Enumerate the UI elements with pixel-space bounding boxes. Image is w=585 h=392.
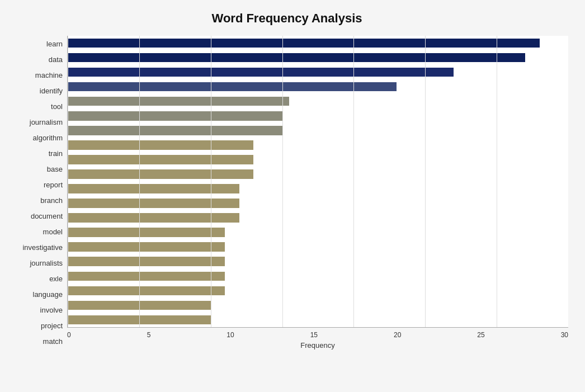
bar-row <box>68 240 568 254</box>
grid-line <box>211 36 211 327</box>
bar <box>68 126 282 135</box>
bar <box>68 272 225 281</box>
y-label: tool <box>51 103 63 110</box>
bar-row <box>68 167 568 181</box>
x-tick: 10 <box>227 331 234 339</box>
bar <box>68 286 225 296</box>
bar-row <box>68 94 568 108</box>
bar-row <box>68 152 568 167</box>
bar <box>68 68 454 77</box>
grid-line <box>282 36 283 327</box>
y-label: investigative <box>22 244 63 251</box>
bar-row <box>68 123 568 138</box>
chart-container: Word Frequency Analysis learndatamachine… <box>0 0 585 392</box>
bar-row <box>68 36 568 50</box>
bar <box>68 242 225 252</box>
x-axis-label: Frequency <box>67 341 568 350</box>
grid-line <box>425 36 426 327</box>
bar <box>68 184 239 193</box>
bar <box>68 111 282 121</box>
y-label: involve <box>40 306 63 314</box>
bar <box>68 53 525 63</box>
x-tick: 5 <box>147 331 151 339</box>
bar-row <box>68 108 568 123</box>
bar-row <box>68 269 568 284</box>
bar-row <box>68 181 568 196</box>
bar <box>68 199 239 208</box>
bar-row <box>68 138 568 152</box>
bar <box>68 228 225 237</box>
bar-row <box>68 211 568 225</box>
bar-row <box>68 196 568 211</box>
grid-line <box>68 36 68 327</box>
y-label: project <box>41 322 63 329</box>
bar-row <box>68 298 568 313</box>
bar-row <box>68 284 568 298</box>
y-label: train <box>49 150 63 157</box>
chart-area: learndatamachineidentifytooljournalismal… <box>6 36 568 350</box>
bar <box>68 97 289 106</box>
y-label: identify <box>40 87 63 95</box>
y-label: journalists <box>30 259 63 267</box>
bar <box>68 169 253 179</box>
y-axis-labels: learndatamachineidentifytooljournalismal… <box>6 36 67 350</box>
bar <box>68 155 253 164</box>
grid-line <box>139 36 140 327</box>
bar-row <box>68 254 568 269</box>
x-tick: 20 <box>394 331 401 339</box>
bars-and-x: 051015202530 Frequency <box>67 36 568 350</box>
grid-line <box>353 36 354 327</box>
y-label: exle <box>49 275 63 282</box>
y-label: base <box>47 166 63 173</box>
x-tick: 0 <box>67 331 71 339</box>
chart-title: Word Frequency Analysis <box>6 11 568 26</box>
bar <box>68 39 540 48</box>
bar-row <box>68 65 568 79</box>
bar <box>68 213 239 223</box>
bar <box>68 140 253 150</box>
bar <box>68 82 397 92</box>
y-label: data <box>49 56 63 63</box>
bar-row <box>68 50 568 65</box>
bar-row <box>68 79 568 94</box>
y-label: model <box>43 228 63 235</box>
y-label: branch <box>40 197 63 204</box>
y-label: machine <box>35 72 63 79</box>
y-label: match <box>43 338 63 345</box>
x-axis: 051015202530 <box>67 328 568 339</box>
x-tick: 25 <box>477 331 484 339</box>
y-label: report <box>44 181 63 188</box>
y-label: document <box>31 212 63 220</box>
x-tick: 30 <box>561 331 568 339</box>
y-label: learn <box>46 40 63 48</box>
y-label: journalism <box>30 119 63 126</box>
bars-region <box>67 36 568 328</box>
bar-row <box>68 313 568 327</box>
y-label: language <box>33 291 63 298</box>
bar <box>68 257 225 266</box>
grid-line <box>497 36 497 327</box>
y-label: algorithm <box>33 134 63 141</box>
bar-row <box>68 225 568 240</box>
x-tick: 15 <box>310 331 318 339</box>
